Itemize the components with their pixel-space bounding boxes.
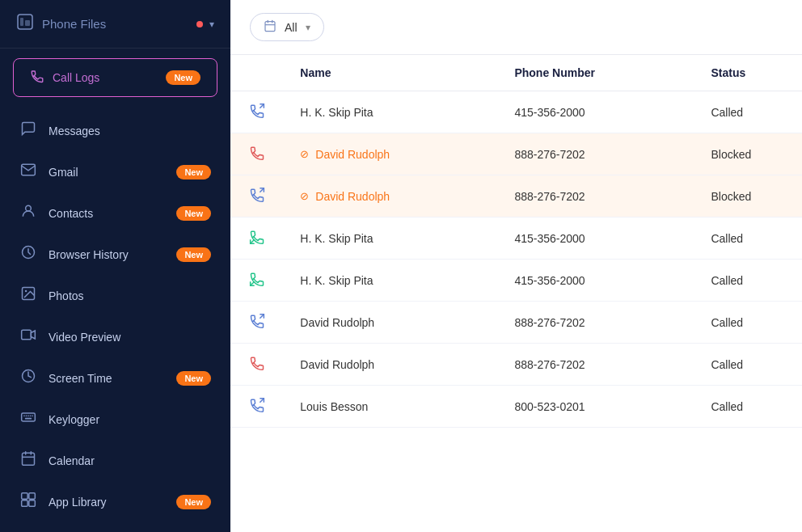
svg-rect-24 bbox=[29, 500, 36, 507]
table-row[interactable]: ⊘David Rudolph 888-276-7202 Blocked bbox=[230, 133, 802, 175]
svg-rect-1 bbox=[20, 18, 23, 26]
call-type-icon bbox=[230, 91, 284, 133]
messages-icon bbox=[19, 120, 37, 141]
photos-label: Photos bbox=[49, 289, 84, 302]
contact-name-cell: ⊘David Rudolph bbox=[284, 175, 498, 217]
svg-rect-25 bbox=[265, 22, 275, 32]
contact-name: H. K. Skip Pita bbox=[300, 106, 482, 119]
contacts-badge: New bbox=[176, 206, 211, 221]
calendar-label: Calendar bbox=[49, 454, 95, 467]
sidebar-header-right: ▾ bbox=[196, 19, 214, 30]
gmail-badge: New bbox=[176, 165, 211, 179]
phone-number: 888-276-7202 bbox=[498, 344, 694, 386]
contact-name-cell: Louis Besson bbox=[284, 386, 498, 428]
contact-name-cell: David Rudolph bbox=[284, 302, 498, 344]
call-logs-item[interactable]: Call Logs New bbox=[13, 58, 217, 97]
app-library-badge: New bbox=[176, 495, 211, 509]
contact-name-cell: H. K. Skip Pita bbox=[284, 91, 498, 133]
filter-label: All bbox=[285, 21, 298, 34]
call-type-icon bbox=[230, 175, 284, 217]
blocked-icon: ⊘ bbox=[300, 190, 309, 202]
phone-number: 415-356-2000 bbox=[498, 260, 694, 302]
svg-rect-8 bbox=[22, 330, 32, 340]
contact-name: David Rudolph bbox=[300, 358, 482, 371]
filter-dropdown[interactable]: All ▾ bbox=[250, 13, 324, 41]
sidebar-item-video-preview[interactable]: Video Preview bbox=[0, 316, 230, 357]
call-type-icon bbox=[230, 217, 284, 260]
video-preview-label: Video Preview bbox=[49, 331, 120, 344]
sidebar-item-contacts[interactable]: Contacts New bbox=[0, 192, 230, 234]
sidebar-header: Phone Files ▾ bbox=[0, 0, 230, 49]
sidebar-item-gmail[interactable]: Gmail New bbox=[0, 151, 230, 192]
phone-number: 415-356-2000 bbox=[498, 217, 694, 260]
svg-rect-21 bbox=[22, 493, 28, 500]
toolbar: All ▾ bbox=[230, 0, 802, 55]
contact-name: ⊘David Rudolph bbox=[300, 190, 482, 203]
status-cell: Called bbox=[694, 386, 802, 428]
screen-time-label: Screen Time bbox=[49, 372, 112, 385]
blocked-icon: ⊘ bbox=[300, 148, 309, 160]
sidebar-item-browser-history[interactable]: Browser History New bbox=[0, 234, 230, 275]
contacts-label: Contacts bbox=[49, 207, 93, 220]
table-body: H. K. Skip Pita 415-356-2000 Called ⊘Dav… bbox=[230, 91, 802, 428]
call-logs-icon bbox=[30, 69, 44, 87]
contact-name: ⊘David Rudolph bbox=[300, 148, 482, 161]
contact-name-cell: H. K. Skip Pita bbox=[284, 217, 498, 260]
call-type-icon bbox=[230, 133, 284, 175]
status-cell: Blocked bbox=[694, 133, 802, 175]
status-dot bbox=[196, 21, 203, 27]
table-row[interactable]: David Rudolph 888-276-7202 Called bbox=[230, 302, 802, 344]
browser-history-label: Browser History bbox=[49, 248, 129, 261]
col-status-header: Status bbox=[694, 55, 802, 91]
contact-name-cell: David Rudolph bbox=[284, 344, 498, 386]
gmail-icon bbox=[19, 162, 37, 182]
svg-rect-17 bbox=[23, 453, 35, 465]
sidebar-title: Phone Files bbox=[42, 17, 106, 31]
chevron-down-icon[interactable]: ▾ bbox=[209, 19, 214, 30]
svg-rect-10 bbox=[22, 413, 36, 421]
sidebar-item-calendar[interactable]: Calendar bbox=[0, 440, 230, 481]
table-row[interactable]: H. K. Skip Pita 415-356-2000 Called bbox=[230, 260, 802, 302]
gmail-label: Gmail bbox=[49, 166, 78, 179]
phone-number: 800-523-0201 bbox=[498, 386, 694, 428]
phone-number: 888-276-7202 bbox=[498, 175, 694, 217]
contact-name-cell: ⊘David Rudolph bbox=[284, 133, 498, 175]
col-icon bbox=[230, 55, 284, 91]
table-row[interactable]: David Rudolph 888-276-7202 Called bbox=[230, 344, 802, 386]
call-logs-badge: New bbox=[166, 70, 200, 85]
screen-time-icon bbox=[19, 368, 37, 388]
svg-point-4 bbox=[26, 205, 32, 211]
phone-number: 888-276-7202 bbox=[498, 302, 694, 344]
messages-label: Messages bbox=[49, 125, 100, 137]
sidebar-item-photos[interactable]: Photos bbox=[0, 275, 230, 316]
call-logs-table: Name Phone Number Status H. K. Skip Pita… bbox=[230, 55, 802, 428]
photos-icon bbox=[19, 285, 37, 306]
table-row[interactable]: Louis Besson 800-523-0201 Called bbox=[230, 386, 802, 428]
table-row[interactable]: ⊘David Rudolph 888-276-7202 Blocked bbox=[230, 175, 802, 217]
call-logs-label: Call Logs bbox=[53, 71, 99, 84]
browser-history-icon bbox=[19, 244, 37, 264]
app-library-icon bbox=[19, 492, 37, 512]
sidebar-item-screen-time[interactable]: Screen Time New bbox=[0, 357, 230, 399]
call-type-icon bbox=[230, 260, 284, 302]
calendar-icon bbox=[19, 450, 37, 471]
status-cell: Called bbox=[694, 217, 802, 260]
table-row[interactable]: H. K. Skip Pita 415-356-2000 Called bbox=[230, 91, 802, 133]
svg-rect-2 bbox=[25, 20, 30, 26]
sidebar-item-app-library[interactable]: App Library New bbox=[0, 481, 230, 522]
table-row[interactable]: H. K. Skip Pita 415-356-2000 Called bbox=[230, 217, 802, 260]
contact-name: H. K. Skip Pita bbox=[300, 232, 482, 245]
sidebar-item-keylogger[interactable]: Keylogger bbox=[0, 399, 230, 440]
nav-list: Messages Gmail New Contacts New bbox=[0, 107, 230, 532]
video-preview-icon bbox=[19, 327, 37, 347]
status-cell: Blocked bbox=[694, 175, 802, 217]
phone-number: 888-276-7202 bbox=[498, 133, 694, 175]
col-name-header: Name bbox=[284, 55, 498, 91]
sidebar-item-messages[interactable]: Messages bbox=[0, 110, 230, 151]
table-header: Name Phone Number Status bbox=[230, 55, 802, 91]
keylogger-icon bbox=[19, 409, 37, 429]
contacts-icon bbox=[19, 203, 37, 223]
contact-name-cell: H. K. Skip Pita bbox=[284, 260, 498, 302]
app-library-label: App Library bbox=[49, 496, 107, 509]
phone-number: 415-356-2000 bbox=[498, 91, 694, 133]
